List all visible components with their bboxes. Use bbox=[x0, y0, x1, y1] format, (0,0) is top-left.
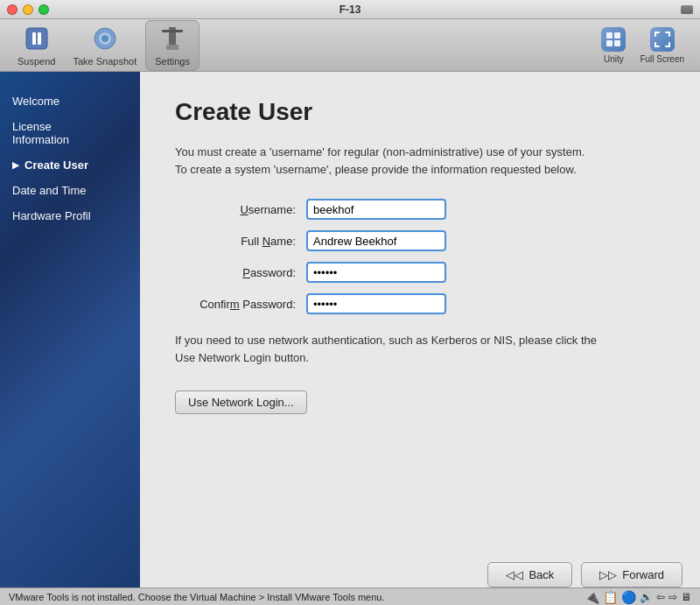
svg-rect-8 bbox=[162, 30, 183, 32]
svg-rect-7 bbox=[166, 45, 178, 50]
svg-rect-1 bbox=[32, 32, 36, 45]
svg-rect-9 bbox=[606, 32, 612, 39]
status-bar: VMware Tools is not installed. Choose th… bbox=[0, 587, 700, 605]
window-title: F-13 bbox=[340, 4, 361, 16]
status-icon-3: 🔵 bbox=[621, 590, 636, 604]
password-input[interactable] bbox=[306, 262, 446, 283]
sidebar-item-hardware[interactable]: Hardware Profil bbox=[0, 204, 140, 228]
fullscreen-label: Full Screen bbox=[640, 54, 684, 64]
suspend-label: Suspend bbox=[18, 56, 55, 67]
svg-rect-0 bbox=[26, 28, 47, 49]
forward-arrow-icon: ▷▷ bbox=[599, 568, 617, 581]
confirm-password-row: Confirm Password: bbox=[175, 293, 665, 314]
snapshot-label: Take Snapshot bbox=[73, 56, 136, 67]
description: You must create a 'username' for regular… bbox=[175, 144, 665, 178]
unity-button[interactable]: Unity bbox=[594, 24, 633, 67]
page-title: Create User bbox=[175, 98, 665, 126]
svg-point-5 bbox=[102, 35, 108, 42]
fullscreen-button[interactable]: Full Screen bbox=[633, 24, 691, 67]
settings-icon bbox=[158, 25, 186, 53]
snapshot-button[interactable]: Take Snapshot bbox=[64, 21, 145, 70]
sidebar-license-label: LicenseInformation bbox=[12, 120, 69, 146]
title-bar: F-13 bbox=[0, 0, 700, 19]
svg-rect-2 bbox=[38, 32, 41, 45]
content-panel: Create User You must create a 'username'… bbox=[140, 72, 700, 587]
password-row: Password: bbox=[175, 262, 665, 283]
settings-label: Settings bbox=[155, 56, 190, 67]
maximize-button[interactable] bbox=[38, 4, 49, 15]
unity-icon bbox=[601, 27, 626, 52]
status-icons: 🔌 📋 🔵 🔊 ⇦ ⇨ 🖥 bbox=[584, 590, 691, 604]
network-login-button[interactable]: Use Network Login... bbox=[175, 390, 307, 414]
suspend-icon bbox=[23, 25, 51, 53]
sidebar-datetime-label: Date and Time bbox=[12, 184, 87, 197]
unity-label: Unity bbox=[604, 54, 624, 64]
username-label: Username: bbox=[175, 203, 306, 216]
username-input[interactable] bbox=[306, 199, 446, 220]
status-icon-6: ⇨ bbox=[668, 591, 677, 603]
window-controls[interactable] bbox=[7, 4, 49, 15]
status-icon-7: 🖥 bbox=[681, 591, 691, 603]
toolbar: Suspend Take Snapshot Settings bbox=[0, 19, 700, 72]
svg-rect-10 bbox=[614, 32, 620, 39]
fullname-input[interactable] bbox=[306, 230, 446, 251]
sidebar-welcome-label: Welcome bbox=[12, 95, 60, 108]
arrow-icon: ▶ bbox=[12, 160, 19, 170]
fullname-row: Full Name: bbox=[175, 230, 665, 251]
settings-button[interactable]: Settings bbox=[145, 20, 200, 71]
main-area: Welcome LicenseInformation ▶ Create User… bbox=[0, 72, 700, 587]
forward-button[interactable]: ▷▷ Forward bbox=[581, 562, 682, 587]
minimize-button[interactable] bbox=[23, 4, 33, 15]
suspend-button[interactable]: Suspend bbox=[9, 21, 64, 70]
status-icon-4: 🔊 bbox=[640, 591, 653, 603]
sidebar-item-welcome[interactable]: Welcome bbox=[0, 89, 140, 113]
sidebar-item-create-user[interactable]: ▶ Create User bbox=[0, 153, 140, 177]
sidebar-createuser-label: Create User bbox=[24, 158, 88, 172]
forward-label: Forward bbox=[622, 568, 664, 581]
password-label: Password: bbox=[175, 266, 306, 279]
status-icon-5: ⇦ bbox=[656, 591, 665, 603]
snapshot-icon bbox=[91, 25, 119, 53]
svg-rect-12 bbox=[614, 40, 620, 46]
status-message: VMware Tools is not installed. Choose th… bbox=[9, 592, 385, 602]
sidebar-item-date-time[interactable]: Date and Time bbox=[0, 179, 140, 202]
username-row: Username: bbox=[175, 199, 665, 220]
fullname-label: Full Name: bbox=[175, 235, 306, 248]
svg-rect-11 bbox=[606, 40, 612, 46]
back-label: Back bbox=[528, 568, 554, 581]
status-icon-1: 🔌 bbox=[584, 590, 599, 604]
back-arrow-icon: ◁◁ bbox=[506, 568, 523, 581]
back-button[interactable]: ◁◁ Back bbox=[487, 562, 572, 587]
sidebar: Welcome LicenseInformation ▶ Create User… bbox=[0, 72, 140, 587]
close-button[interactable] bbox=[7, 4, 18, 15]
sidebar-hardware-label: Hardware Profil bbox=[12, 209, 91, 222]
confirm-password-input[interactable] bbox=[306, 293, 446, 314]
sidebar-item-license[interactable]: LicenseInformation bbox=[0, 115, 140, 151]
fullscreen-icon bbox=[650, 27, 675, 52]
status-icon-2: 📋 bbox=[603, 590, 618, 604]
navigation-bar: ◁◁ Back ▷▷ Forward bbox=[487, 562, 682, 587]
confirm-password-label: Confirm Password: bbox=[175, 298, 306, 311]
network-note: If you need to use network authenticatio… bbox=[175, 332, 665, 366]
resize-handle[interactable] bbox=[681, 5, 693, 14]
